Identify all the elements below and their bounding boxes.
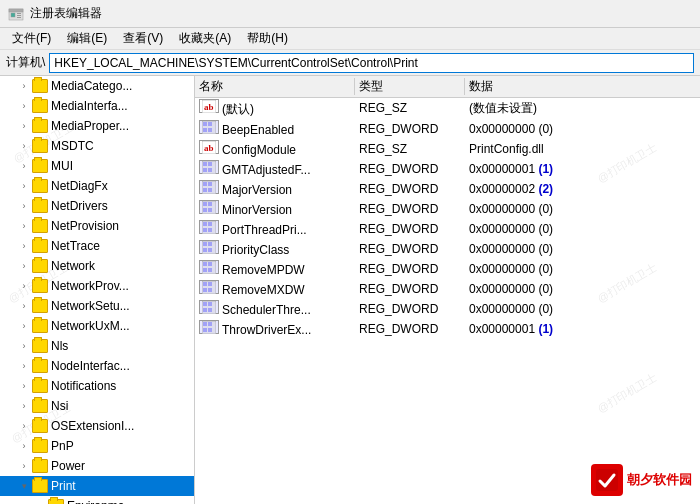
expand-arrow-icon[interactable]: › [16,238,32,254]
svg-rect-38 [203,248,207,252]
expand-arrow-icon[interactable]: › [16,318,32,334]
expand-arrow-icon[interactable]: › [16,158,32,174]
svg-rect-16 [203,162,207,166]
tree-item[interactable]: ›NodeInterfac... [0,356,194,376]
tree-item[interactable]: ›Nsi [0,396,194,416]
title-text: 注册表编辑器 [30,5,102,22]
tree-panel: @打印机卫士 @打印机卫士 @打印机卫士 ›MediaCatego...›Med… [0,76,195,504]
address-input[interactable] [49,53,694,73]
expand-arrow-icon[interactable]: › [16,138,32,154]
tree-item[interactable]: ▾Print [0,476,194,496]
expand-arrow-icon[interactable]: › [16,278,32,294]
svg-rect-1 [9,9,23,12]
tree-item[interactable]: ›NetDiagFx [0,176,194,196]
expand-arrow-icon[interactable]: › [16,198,32,214]
tree-item[interactable]: ›MediaCatego... [0,76,194,96]
reg-dword-icon [199,240,219,254]
table-row[interactable]: PortThreadPri...REG_DWORD0x00000000 (0) [195,219,700,239]
folder-icon [32,279,48,293]
svg-rect-51 [203,302,207,306]
reg-entry-type: REG_DWORD [355,299,465,319]
tree-item-label: Power [51,459,85,473]
menu-edit[interactable]: 编辑(E) [59,28,115,49]
expand-arrow-icon[interactable]: › [32,498,48,504]
reg-entry-data: 0x00000001 (1) [465,159,700,179]
table-row[interactable]: RemoveMXDWREG_DWORD0x00000000 (0) [195,279,700,299]
expand-arrow-icon[interactable]: › [16,258,32,274]
tree-item[interactable]: ›Notifications [0,376,194,396]
registry-panel: @打印机卫士 @打印机卫士 @打印机卫士 名称 类型 数据 ab(默认)REG_… [195,76,700,504]
svg-rect-36 [203,242,207,246]
tree-item[interactable]: ›NetProvision [0,216,194,236]
tree-item[interactable]: ›NetworkSetu... [0,296,194,316]
reg-entry-name: PortThreadPri... [195,219,355,239]
expand-arrow-icon[interactable]: › [16,178,32,194]
tree-item[interactable]: ›Power [0,456,194,476]
expand-arrow-icon[interactable]: › [16,218,32,234]
watermark-6: @打印机卫士 [595,370,660,416]
tree-item[interactable]: ›PnP [0,436,194,456]
svg-rect-22 [208,182,212,186]
expand-arrow-icon[interactable]: › [16,398,32,414]
tree-item[interactable]: ›NetDrivers [0,196,194,216]
tree-item[interactable]: ›NetworkUxM... [0,316,194,336]
table-row[interactable]: ThrowDriverEx...REG_DWORD0x00000001 (1) [195,319,700,339]
tree-item[interactable]: ›Network [0,256,194,276]
folder-icon [32,219,48,233]
tree-item[interactable]: ›Nls [0,336,194,356]
svg-rect-56 [203,322,207,326]
expand-arrow-icon[interactable]: › [16,418,32,434]
table-row[interactable]: MajorVersionREG_DWORD0x00000002 (2) [195,179,700,199]
table-row[interactable]: ab(默认)REG_SZ(数值未设置) [195,98,700,119]
entry-name-text: RemoveMXDW [222,283,305,297]
expand-arrow-icon[interactable]: › [16,298,32,314]
tree-item-label: MediaProper... [51,119,129,133]
entry-name-text: ConfigModule [222,143,296,157]
expand-arrow-icon[interactable]: › [16,358,32,374]
expand-arrow-icon[interactable]: › [16,98,32,114]
expand-arrow-icon[interactable]: › [16,438,32,454]
title-bar: 注册表编辑器 [0,0,700,28]
main-content: @打印机卫士 @打印机卫士 @打印机卫士 ›MediaCatego...›Med… [0,76,700,504]
svg-rect-21 [203,182,207,186]
menu-file[interactable]: 文件(F) [4,28,59,49]
table-row[interactable]: BeepEnabledREG_DWORD0x00000000 (0) [195,119,700,139]
svg-rect-28 [203,208,207,212]
table-row[interactable]: GMTAdjustedF...REG_DWORD0x00000001 (1) [195,159,700,179]
expand-arrow-icon[interactable]: ▾ [16,478,32,494]
reg-entry-data: 0x00000000 (0) [465,199,700,219]
expand-arrow-icon[interactable]: › [16,78,32,94]
expand-arrow-icon[interactable]: › [16,378,32,394]
folder-icon [32,239,48,253]
tree-container: ›MediaCatego...›MediaInterfa...›MediaPro… [0,76,194,504]
tree-item[interactable]: ›MediaProper... [0,116,194,136]
menu-favorites[interactable]: 收藏夹(A) [171,28,239,49]
entry-name-text: (默认) [222,102,254,116]
menu-help[interactable]: 帮助(H) [239,28,296,49]
reg-dword-icon [199,160,219,174]
expand-arrow-icon[interactable]: › [16,458,32,474]
tree-item-label: MUI [51,159,73,173]
tree-item[interactable]: ›OSExtensionI... [0,416,194,436]
reg-entry-name: BeepEnabled [195,119,355,139]
tree-item[interactable]: ›Environme... [0,496,194,504]
table-row[interactable]: MinorVersionREG_DWORD0x00000000 (0) [195,199,700,219]
tree-item[interactable]: ›NetTrace [0,236,194,256]
expand-arrow-icon[interactable]: › [16,338,32,354]
folder-icon [32,159,48,173]
entry-name-text: ThrowDriverEx... [222,323,311,337]
tree-item[interactable]: ›MUI [0,156,194,176]
tree-item[interactable]: ›MediaInterfa... [0,96,194,116]
svg-text:ab: ab [204,143,214,153]
tree-item[interactable]: ›MSDTC [0,136,194,156]
tree-item-label: Nls [51,339,68,353]
table-row[interactable]: PriorityClassREG_DWORD0x00000000 (0) [195,239,700,259]
expand-arrow-icon[interactable]: › [16,118,32,134]
reg-entry-type: REG_DWORD [355,179,465,199]
table-row[interactable]: SchedulerThre...REG_DWORD0x00000000 (0) [195,299,700,319]
table-row[interactable]: abConfigModuleREG_SZPrintConfig.dll [195,139,700,159]
table-row[interactable]: RemoveMPDWREG_DWORD0x00000000 (0) [195,259,700,279]
menu-view[interactable]: 查看(V) [115,28,171,49]
svg-rect-5 [17,17,21,18]
tree-item[interactable]: ›NetworkProv... [0,276,194,296]
